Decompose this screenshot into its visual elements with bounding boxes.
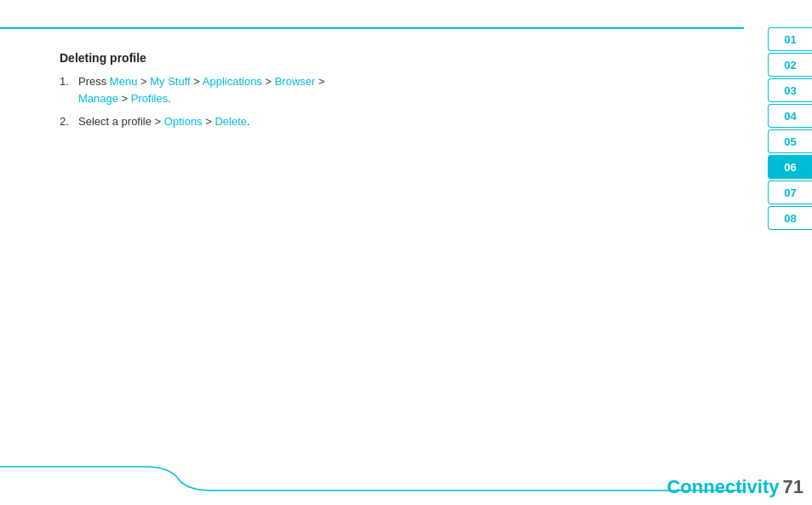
chapter-tab-03[interactable]: 03 xyxy=(768,78,812,102)
step-1-menu: Menu xyxy=(110,75,138,88)
chapter-tabs: 01 02 03 04 05 06 07 08 xyxy=(768,27,812,230)
chapter-tab-07[interactable]: 07 xyxy=(768,181,812,204)
chapter-tab-08[interactable]: 08 xyxy=(768,206,812,230)
chapter-tab-01[interactable]: 01 xyxy=(768,27,812,51)
step-number-2: 2. xyxy=(60,113,75,130)
list-item-1: 1. Press Menu > My Stuff > Applications … xyxy=(60,73,727,106)
step-1-manage: Manage xyxy=(78,92,118,105)
list-item-2: 2. Select a profile > Options > Delete. xyxy=(60,113,727,130)
step-1-text: Press Menu > My Stuff > Applications > B… xyxy=(78,73,325,106)
top-border xyxy=(0,27,744,29)
step-2-delete: Delete xyxy=(214,115,247,128)
main-content: Deleting profile 1. Press Menu > My Stuf… xyxy=(51,34,744,445)
step-2-text: Select a profile > Options > Delete. xyxy=(78,113,250,130)
chapter-tab-02[interactable]: 02 xyxy=(768,53,812,77)
step-1-press: Press xyxy=(78,75,110,88)
step-number-1: 1. xyxy=(60,73,75,90)
bottom-curve-decoration xyxy=(0,450,744,505)
step-1-applications: Applications xyxy=(203,75,262,88)
step-1-browser: Browser xyxy=(275,75,316,88)
step-1-profiles: Profiles xyxy=(131,92,168,105)
step-2-select: Select a profile > xyxy=(78,115,164,128)
footer: Connectivity 71 xyxy=(666,476,803,498)
step-2-options: Options xyxy=(164,115,203,128)
chapter-tab-04[interactable]: 04 xyxy=(768,104,812,128)
chapter-tab-05[interactable]: 05 xyxy=(768,129,812,153)
section-title: Deleting profile xyxy=(60,51,727,65)
footer-connectivity-label: Connectivity xyxy=(666,476,779,498)
footer-page-number: 71 xyxy=(783,476,803,498)
instruction-list: 1. Press Menu > My Stuff > Applications … xyxy=(60,73,727,130)
step-1-mystuff: My Stuff xyxy=(150,75,190,88)
chapter-tab-06[interactable]: 06 xyxy=(768,155,812,179)
